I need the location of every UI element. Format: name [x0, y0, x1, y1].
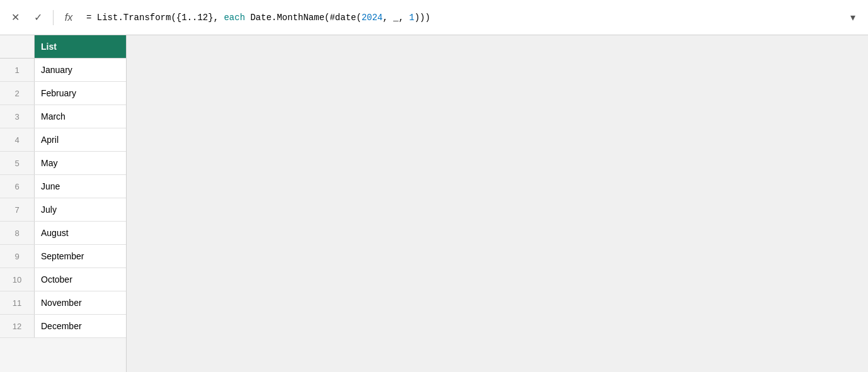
- row-value: November: [35, 291, 126, 314]
- row-value: September: [35, 245, 126, 268]
- table-header: List: [0, 35, 126, 59]
- blank-workspace: [127, 35, 868, 372]
- row-number: 5: [0, 152, 35, 174]
- formula-function: Date.MonthName(#date(: [245, 13, 362, 23]
- row-value: January: [35, 59, 126, 81]
- row-number: 10: [0, 268, 35, 291]
- row-value: October: [35, 268, 126, 291]
- table-row[interactable]: 2February: [0, 82, 126, 105]
- table-row[interactable]: 6June: [0, 175, 126, 198]
- row-value: December: [35, 315, 126, 337]
- table-body: 1January2February3March4April5May6June7J…: [0, 59, 126, 338]
- formula-display[interactable]: = List.Transform({1..12}, each Date.Mont…: [81, 10, 840, 25]
- formula-separator1: , _,: [383, 13, 409, 23]
- formula-close: ))): [414, 13, 430, 23]
- formula-bar-divider: [53, 10, 54, 25]
- main-content: List 1January2February3March4April5May6J…: [0, 35, 868, 372]
- table-row[interactable]: 1January: [0, 59, 126, 82]
- row-number: 1: [0, 59, 35, 81]
- row-number: 8: [0, 222, 35, 244]
- row-number: 3: [0, 105, 35, 128]
- list-table: List 1January2February3March4April5May6J…: [0, 35, 127, 372]
- confirm-button[interactable]: ✓: [28, 8, 48, 28]
- row-value: August: [35, 222, 126, 244]
- cancel-button[interactable]: ✕: [5, 8, 25, 28]
- table-row[interactable]: 11November: [0, 291, 126, 315]
- formula-each-keyword: each: [224, 13, 245, 23]
- row-value: July: [35, 198, 126, 221]
- formula-equals: = List.Transform({1..12},: [86, 13, 224, 23]
- column-header-list: List: [35, 35, 126, 59]
- row-number: 6: [0, 175, 35, 198]
- row-number: 11: [0, 291, 35, 314]
- row-value: February: [35, 82, 126, 104]
- row-number: 9: [0, 245, 35, 268]
- table-row[interactable]: 4April: [0, 128, 126, 152]
- row-value: June: [35, 175, 126, 198]
- table-row[interactable]: 8August: [0, 222, 126, 245]
- row-number: 12: [0, 315, 35, 337]
- row-value: March: [35, 105, 126, 128]
- row-value: April: [35, 128, 126, 151]
- row-number: 2: [0, 82, 35, 104]
- table-row[interactable]: 3March: [0, 105, 126, 128]
- row-number: 4: [0, 128, 35, 151]
- formula-day: 1: [409, 13, 414, 23]
- formula-expand-button[interactable]: ▾: [843, 8, 863, 28]
- fx-icon[interactable]: fx: [59, 8, 79, 28]
- table-row[interactable]: 10October: [0, 268, 126, 291]
- table-row[interactable]: 12December: [0, 315, 126, 338]
- row-number: 7: [0, 198, 35, 221]
- row-value: May: [35, 152, 126, 174]
- row-num-header: [0, 35, 35, 59]
- table-row[interactable]: 7July: [0, 198, 126, 222]
- table-row[interactable]: 5May: [0, 152, 126, 175]
- table-row[interactable]: 9September: [0, 245, 126, 268]
- formula-year: 2024: [362, 13, 383, 23]
- formula-bar: ✕ ✓ fx = List.Transform({1..12}, each Da…: [0, 0, 868, 35]
